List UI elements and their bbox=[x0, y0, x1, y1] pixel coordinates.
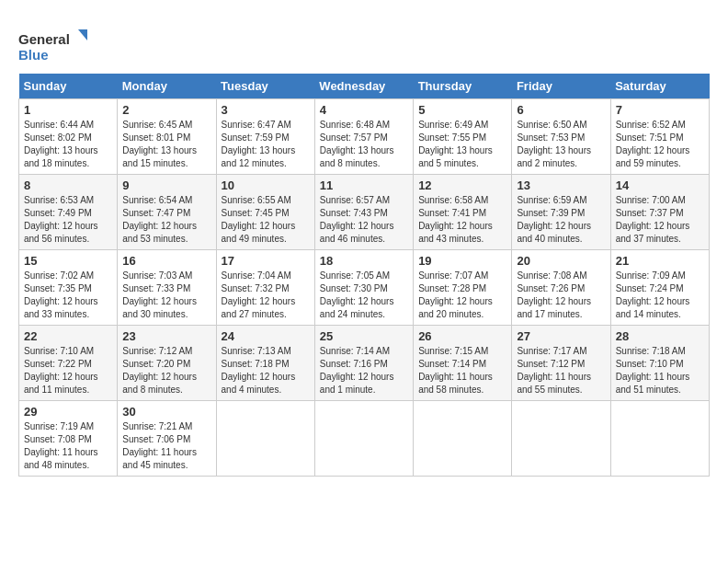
calendar-row: 8Sunrise: 6:53 AMSunset: 7:49 PMDaylight… bbox=[19, 175, 710, 250]
calendar-row: 22Sunrise: 7:10 AMSunset: 7:22 PMDayligh… bbox=[19, 326, 710, 401]
empty-cell bbox=[512, 401, 610, 477]
calendar-row: 29Sunrise: 7:19 AMSunset: 7:08 PMDayligh… bbox=[19, 401, 710, 477]
day-info: Sunrise: 7:10 AMSunset: 7:22 PMDaylight:… bbox=[24, 345, 112, 396]
col-saturday: Saturday bbox=[610, 74, 709, 99]
day-number: 7 bbox=[616, 103, 704, 117]
day-number: 9 bbox=[122, 178, 210, 192]
day-info: Sunrise: 7:13 AMSunset: 7:18 PMDaylight:… bbox=[222, 345, 310, 396]
calendar-cell-day-23: 23Sunrise: 7:12 AMSunset: 7:20 PMDayligh… bbox=[118, 326, 216, 401]
day-number: 1 bbox=[24, 103, 112, 117]
day-number: 3 bbox=[222, 103, 310, 117]
day-number: 2 bbox=[122, 103, 210, 117]
day-info: Sunrise: 7:12 AMSunset: 7:20 PMDaylight:… bbox=[122, 345, 210, 396]
calendar-cell-day-15: 15Sunrise: 7:02 AMSunset: 7:35 PMDayligh… bbox=[19, 250, 118, 326]
day-number: 29 bbox=[24, 405, 112, 419]
calendar-cell-day-27: 27Sunrise: 7:17 AMSunset: 7:12 PMDayligh… bbox=[512, 326, 610, 401]
day-info: Sunrise: 6:44 AMSunset: 8:02 PMDaylight:… bbox=[24, 119, 112, 170]
day-info: Sunrise: 7:02 AMSunset: 7:35 PMDaylight:… bbox=[24, 270, 112, 321]
col-friday: Friday bbox=[512, 74, 610, 99]
day-info: Sunrise: 6:45 AMSunset: 8:01 PMDaylight:… bbox=[122, 119, 210, 170]
day-number: 21 bbox=[616, 254, 704, 268]
logo: General Blue bbox=[18, 28, 92, 64]
calendar-cell-day-25: 25Sunrise: 7:14 AMSunset: 7:16 PMDayligh… bbox=[314, 326, 413, 401]
calendar-cell-day-19: 19Sunrise: 7:07 AMSunset: 7:28 PMDayligh… bbox=[414, 250, 512, 326]
day-number: 18 bbox=[320, 254, 408, 268]
day-number: 5 bbox=[418, 103, 506, 117]
day-number: 8 bbox=[24, 178, 112, 192]
day-number: 26 bbox=[418, 329, 506, 343]
calendar-cell-day-3: 3Sunrise: 6:47 AMSunset: 7:59 PMDaylight… bbox=[216, 99, 314, 175]
col-monday: Monday bbox=[118, 74, 216, 99]
header: General Blue bbox=[18, 18, 710, 64]
calendar-cell-day-17: 17Sunrise: 7:04 AMSunset: 7:32 PMDayligh… bbox=[216, 250, 314, 326]
day-info: Sunrise: 6:53 AMSunset: 7:49 PMDaylight:… bbox=[24, 194, 112, 246]
day-info: Sunrise: 6:54 AMSunset: 7:47 PMDaylight:… bbox=[122, 194, 210, 246]
svg-text:General: General bbox=[18, 31, 70, 47]
day-number: 15 bbox=[24, 254, 112, 268]
day-info: Sunrise: 6:57 AMSunset: 7:43 PMDaylight:… bbox=[320, 194, 408, 246]
calendar-cell-day-24: 24Sunrise: 7:13 AMSunset: 7:18 PMDayligh… bbox=[216, 326, 314, 401]
calendar-cell-day-26: 26Sunrise: 7:15 AMSunset: 7:14 PMDayligh… bbox=[414, 326, 512, 401]
day-info: Sunrise: 7:17 AMSunset: 7:12 PMDaylight:… bbox=[517, 345, 605, 396]
calendar-cell-day-21: 21Sunrise: 7:09 AMSunset: 7:24 PMDayligh… bbox=[610, 250, 709, 326]
day-info: Sunrise: 7:21 AMSunset: 7:06 PMDaylight:… bbox=[122, 420, 210, 472]
day-info: Sunrise: 7:08 AMSunset: 7:26 PMDaylight:… bbox=[517, 270, 605, 321]
logo-svg: General Blue bbox=[18, 28, 92, 64]
day-info: Sunrise: 6:49 AMSunset: 7:55 PMDaylight:… bbox=[418, 119, 506, 170]
calendar-cell-day-22: 22Sunrise: 7:10 AMSunset: 7:22 PMDayligh… bbox=[19, 326, 118, 401]
day-info: Sunrise: 6:47 AMSunset: 7:59 PMDaylight:… bbox=[222, 119, 310, 170]
calendar-cell-day-29: 29Sunrise: 7:19 AMSunset: 7:08 PMDayligh… bbox=[19, 401, 118, 477]
calendar-cell-day-30: 30Sunrise: 7:21 AMSunset: 7:06 PMDayligh… bbox=[118, 401, 216, 477]
calendar-cell-day-12: 12Sunrise: 6:58 AMSunset: 7:41 PMDayligh… bbox=[414, 175, 512, 250]
calendar-cell-day-18: 18Sunrise: 7:05 AMSunset: 7:30 PMDayligh… bbox=[314, 250, 413, 326]
calendar-cell-day-10: 10Sunrise: 6:55 AMSunset: 7:45 PMDayligh… bbox=[216, 175, 314, 250]
empty-cell bbox=[314, 401, 413, 477]
day-info: Sunrise: 7:18 AMSunset: 7:10 PMDaylight:… bbox=[616, 345, 704, 396]
day-info: Sunrise: 7:19 AMSunset: 7:08 PMDaylight:… bbox=[24, 420, 112, 472]
empty-cell bbox=[216, 401, 314, 477]
calendar-cell-day-7: 7Sunrise: 6:52 AMSunset: 7:51 PMDaylight… bbox=[610, 99, 709, 175]
day-info: Sunrise: 6:52 AMSunset: 7:51 PMDaylight:… bbox=[616, 119, 704, 170]
day-info: Sunrise: 7:09 AMSunset: 7:24 PMDaylight:… bbox=[616, 270, 704, 321]
calendar-cell-day-13: 13Sunrise: 6:59 AMSunset: 7:39 PMDayligh… bbox=[512, 175, 610, 250]
day-number: 12 bbox=[418, 178, 506, 192]
day-info: Sunrise: 7:00 AMSunset: 7:37 PMDaylight:… bbox=[616, 194, 704, 246]
day-info: Sunrise: 6:55 AMSunset: 7:45 PMDaylight:… bbox=[222, 194, 310, 246]
svg-text:Blue: Blue bbox=[18, 47, 49, 63]
calendar-cell-day-28: 28Sunrise: 7:18 AMSunset: 7:10 PMDayligh… bbox=[610, 326, 709, 401]
day-number: 25 bbox=[320, 329, 408, 343]
empty-cell bbox=[414, 401, 512, 477]
calendar-cell-day-16: 16Sunrise: 7:03 AMSunset: 7:33 PMDayligh… bbox=[118, 250, 216, 326]
svg-marker-2 bbox=[78, 29, 87, 40]
calendar-row: 1Sunrise: 6:44 AMSunset: 8:02 PMDaylight… bbox=[19, 99, 710, 175]
day-number: 10 bbox=[222, 178, 310, 192]
calendar-cell-day-5: 5Sunrise: 6:49 AMSunset: 7:55 PMDaylight… bbox=[414, 99, 512, 175]
day-number: 27 bbox=[517, 329, 605, 343]
col-wednesday: Wednesday bbox=[314, 74, 413, 99]
col-tuesday: Tuesday bbox=[216, 74, 314, 99]
calendar-cell-day-6: 6Sunrise: 6:50 AMSunset: 7:53 PMDaylight… bbox=[512, 99, 610, 175]
day-info: Sunrise: 7:05 AMSunset: 7:30 PMDaylight:… bbox=[320, 270, 408, 321]
day-info: Sunrise: 7:03 AMSunset: 7:33 PMDaylight:… bbox=[122, 270, 210, 321]
day-number: 22 bbox=[24, 329, 112, 343]
day-number: 14 bbox=[616, 178, 704, 192]
day-info: Sunrise: 7:04 AMSunset: 7:32 PMDaylight:… bbox=[222, 270, 310, 321]
day-number: 13 bbox=[517, 178, 605, 192]
calendar-cell-day-8: 8Sunrise: 6:53 AMSunset: 7:49 PMDaylight… bbox=[19, 175, 118, 250]
calendar-cell-day-4: 4Sunrise: 6:48 AMSunset: 7:57 PMDaylight… bbox=[314, 99, 413, 175]
calendar-cell-day-1: 1Sunrise: 6:44 AMSunset: 8:02 PMDaylight… bbox=[19, 99, 118, 175]
day-number: 30 bbox=[122, 405, 210, 419]
day-info: Sunrise: 7:15 AMSunset: 7:14 PMDaylight:… bbox=[418, 345, 506, 396]
empty-cell bbox=[610, 401, 709, 477]
calendar-row: 15Sunrise: 7:02 AMSunset: 7:35 PMDayligh… bbox=[19, 250, 710, 326]
calendar-cell-day-14: 14Sunrise: 7:00 AMSunset: 7:37 PMDayligh… bbox=[610, 175, 709, 250]
day-number: 16 bbox=[122, 254, 210, 268]
calendar-cell-day-2: 2Sunrise: 6:45 AMSunset: 8:01 PMDaylight… bbox=[118, 99, 216, 175]
day-number: 6 bbox=[517, 103, 605, 117]
day-info: Sunrise: 7:07 AMSunset: 7:28 PMDaylight:… bbox=[418, 270, 506, 321]
day-number: 17 bbox=[222, 254, 310, 268]
day-number: 11 bbox=[320, 178, 408, 192]
day-number: 24 bbox=[222, 329, 310, 343]
day-number: 23 bbox=[122, 329, 210, 343]
header-row: Sunday Monday Tuesday Wednesday Thursday… bbox=[19, 74, 710, 99]
